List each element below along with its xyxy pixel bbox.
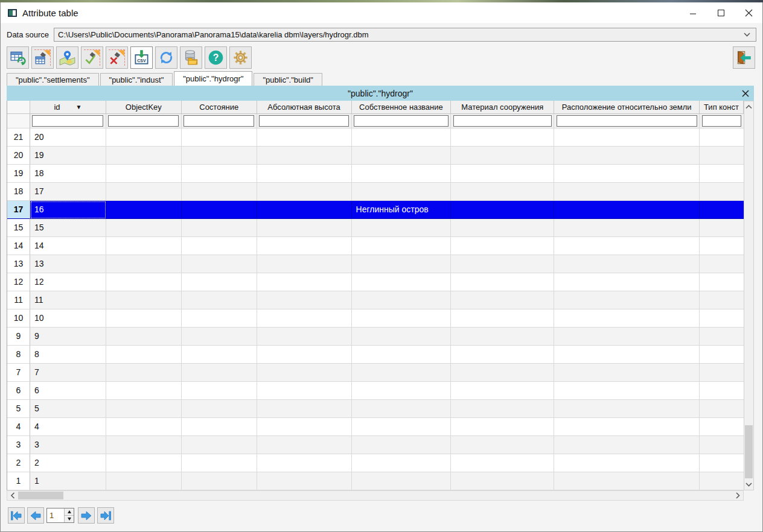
cell[interactable] [352,128,452,147]
table-refresh-button[interactable] [7,46,29,69]
column-header-0[interactable]: id▼ [30,101,106,114]
cell[interactable]: 16 [30,201,106,219]
table-row[interactable]: 1414 [7,237,744,255]
cell[interactable] [106,273,182,291]
cell[interactable] [352,255,452,273]
filter-input-2[interactable] [184,115,254,127]
cell[interactable] [106,472,182,490]
scroll-right-icon[interactable] [733,491,742,500]
cell[interactable] [182,273,257,291]
cell[interactable] [106,147,182,165]
cell[interactable] [182,201,257,219]
csv-export-button[interactable]: CSV [130,46,153,69]
table-row[interactable]: 1515 [7,219,744,237]
cell[interactable] [554,147,700,165]
cell[interactable] [257,436,352,454]
help-button[interactable]: ? [205,46,227,69]
cell[interactable] [106,454,182,472]
cell[interactable]: 20 [30,128,106,147]
column-header-3[interactable]: Абсолютная высота [257,101,352,114]
cell[interactable] [257,291,352,309]
row-header[interactable]: 12 [7,273,30,291]
cell[interactable]: 1 [30,472,106,490]
cell[interactable] [554,309,700,328]
spin-up-icon[interactable] [65,508,74,516]
cell[interactable]: 2 [30,454,106,472]
cell[interactable] [554,183,700,201]
horizontal-scrollbar[interactable] [7,490,744,501]
table-row[interactable]: 1010 [7,309,744,328]
cell[interactable] [182,382,257,400]
cell[interactable] [451,309,554,328]
table-row[interactable]: 44 [7,418,744,436]
cell[interactable] [700,147,744,165]
column-header-4[interactable]: Собственное название [352,101,452,114]
column-header-6[interactable]: Расположение относительно земли [554,101,700,114]
cell[interactable] [554,400,700,418]
cell[interactable] [182,183,257,201]
cell[interactable] [554,436,700,454]
cell[interactable] [106,255,182,273]
cell[interactable] [182,255,257,273]
data-source-combobox[interactable]: C:\Users\Public\Documents\Panorama\Panor… [54,28,756,42]
cell[interactable] [257,183,352,201]
cell[interactable] [182,328,257,346]
table-row[interactable]: 1918 [7,165,744,183]
cell[interactable] [106,382,182,400]
select-button[interactable] [81,46,103,69]
scroll-left-icon[interactable] [8,491,18,500]
cell[interactable] [451,346,554,364]
cell[interactable] [700,400,744,418]
cell[interactable] [554,255,700,273]
cell[interactable] [106,128,182,147]
cell[interactable]: 18 [30,165,106,183]
cell[interactable] [257,147,352,165]
filter-input-1[interactable] [108,115,179,127]
cell[interactable] [451,454,554,472]
row-header[interactable]: 5 [7,400,30,418]
cell[interactable] [352,291,452,309]
cell[interactable] [352,364,452,382]
column-header-1[interactable]: ObjectKey [106,101,182,114]
cell[interactable] [451,219,554,237]
cell[interactable] [257,255,352,273]
table-row[interactable]: 2120 [7,128,744,147]
panel-close-button[interactable] [742,86,749,101]
minimize-button[interactable] [679,2,707,23]
cell[interactable] [257,328,352,346]
close-button[interactable] [735,2,762,23]
cell[interactable] [554,201,700,219]
cell[interactable] [554,346,700,364]
last-page-button[interactable] [97,507,114,524]
cell[interactable] [700,309,744,328]
cell[interactable] [257,219,352,237]
cell[interactable] [106,219,182,237]
cell[interactable] [700,128,744,147]
cell[interactable]: 17 [30,183,106,201]
cell[interactable] [257,454,352,472]
filter-input-6[interactable] [557,115,697,127]
cell[interactable] [554,219,700,237]
filter-input-5[interactable] [453,115,552,127]
cell[interactable] [257,309,352,328]
cell[interactable] [554,128,700,147]
tab-1[interactable]: "public"."indust" [100,73,173,86]
cell[interactable] [700,454,744,472]
cell[interactable] [182,165,257,183]
filter-input-4[interactable] [354,115,449,127]
cell[interactable] [451,147,554,165]
cell[interactable] [451,237,554,255]
cell[interactable] [352,237,452,255]
cell[interactable] [352,219,452,237]
cell[interactable] [182,309,257,328]
cell[interactable] [451,382,554,400]
cell[interactable] [352,183,452,201]
cell[interactable] [700,237,744,255]
cell[interactable] [352,418,452,436]
cell[interactable] [700,346,744,364]
cell[interactable] [352,147,452,165]
cell[interactable] [554,418,700,436]
cell[interactable]: 3 [30,436,106,454]
cell[interactable] [182,128,257,147]
cell[interactable] [182,237,257,255]
